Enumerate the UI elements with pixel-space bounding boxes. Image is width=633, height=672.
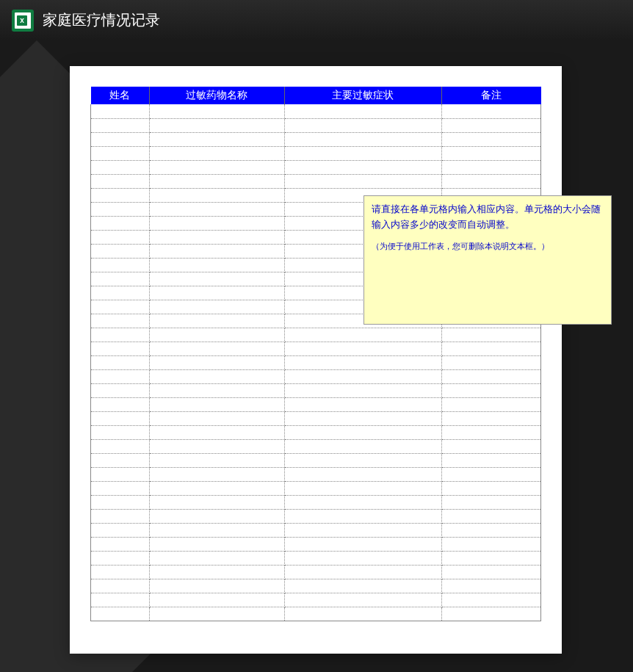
table-cell[interactable] xyxy=(284,411,442,425)
table-cell[interactable] xyxy=(91,160,150,174)
table-cell[interactable] xyxy=(442,146,541,160)
table-cell[interactable] xyxy=(149,565,284,579)
table-cell[interactable] xyxy=(284,104,442,118)
table-cell[interactable] xyxy=(284,397,442,411)
table-cell[interactable] xyxy=(442,397,541,411)
table-cell[interactable] xyxy=(91,258,150,272)
table-cell[interactable] xyxy=(442,425,541,439)
table-cell[interactable] xyxy=(284,495,442,509)
table-cell[interactable] xyxy=(91,174,150,188)
table-cell[interactable] xyxy=(442,565,541,579)
table-cell[interactable] xyxy=(284,607,442,621)
table-cell[interactable] xyxy=(442,369,541,383)
table-cell[interactable] xyxy=(149,537,284,551)
table-cell[interactable] xyxy=(91,607,150,621)
table-cell[interactable] xyxy=(149,146,284,160)
table-cell[interactable] xyxy=(149,174,284,188)
table-cell[interactable] xyxy=(91,342,150,355)
table-cell[interactable] xyxy=(284,593,442,607)
table-cell[interactable] xyxy=(442,104,541,118)
table-cell[interactable] xyxy=(442,495,541,509)
table-cell[interactable] xyxy=(91,481,150,495)
table-cell[interactable] xyxy=(149,523,284,537)
table-cell[interactable] xyxy=(442,328,541,342)
table-cell[interactable] xyxy=(442,118,541,132)
table-cell[interactable] xyxy=(91,523,150,537)
table-cell[interactable] xyxy=(149,509,284,523)
instruction-note-box[interactable]: 请直接在各单元格内输入相应内容。单元格的大小会随输入内容多少的改变而自动调整。 … xyxy=(363,195,612,325)
table-cell[interactable] xyxy=(91,132,150,146)
table-cell[interactable] xyxy=(149,328,284,342)
table-cell[interactable] xyxy=(91,383,150,397)
table-cell[interactable] xyxy=(149,453,284,467)
table-cell[interactable] xyxy=(284,579,442,593)
table-cell[interactable] xyxy=(149,118,284,132)
table-cell[interactable] xyxy=(442,453,541,467)
table-cell[interactable] xyxy=(149,369,284,383)
table-cell[interactable] xyxy=(442,411,541,425)
table-cell[interactable] xyxy=(284,174,442,188)
table-cell[interactable] xyxy=(91,216,150,230)
table-cell[interactable] xyxy=(149,355,284,369)
table-cell[interactable] xyxy=(284,565,442,579)
table-cell[interactable] xyxy=(149,258,284,272)
table-cell[interactable] xyxy=(442,342,541,355)
table-cell[interactable] xyxy=(442,523,541,537)
table-cell[interactable] xyxy=(284,369,442,383)
table-cell[interactable] xyxy=(91,453,150,467)
table-cell[interactable] xyxy=(91,202,150,216)
table-cell[interactable] xyxy=(284,118,442,132)
table-cell[interactable] xyxy=(91,272,150,286)
table-cell[interactable] xyxy=(91,439,150,453)
table-cell[interactable] xyxy=(284,425,442,439)
table-cell[interactable] xyxy=(442,355,541,369)
table-cell[interactable] xyxy=(149,439,284,453)
table-cell[interactable] xyxy=(149,202,284,216)
table-cell[interactable] xyxy=(284,383,442,397)
table-cell[interactable] xyxy=(91,411,150,425)
table-cell[interactable] xyxy=(91,146,150,160)
table-cell[interactable] xyxy=(91,509,150,523)
table-cell[interactable] xyxy=(91,230,150,244)
table-cell[interactable] xyxy=(442,579,541,593)
table-cell[interactable] xyxy=(149,411,284,425)
table-cell[interactable] xyxy=(149,230,284,244)
table-cell[interactable] xyxy=(442,481,541,495)
table-cell[interactable] xyxy=(284,328,442,342)
table-cell[interactable] xyxy=(284,132,442,146)
table-cell[interactable] xyxy=(284,551,442,565)
table-cell[interactable] xyxy=(442,593,541,607)
table-cell[interactable] xyxy=(91,104,150,118)
table-cell[interactable] xyxy=(91,286,150,300)
table-cell[interactable] xyxy=(284,342,442,355)
table-cell[interactable] xyxy=(284,146,442,160)
table-cell[interactable] xyxy=(442,537,541,551)
table-cell[interactable] xyxy=(149,383,284,397)
table-cell[interactable] xyxy=(91,537,150,551)
table-cell[interactable] xyxy=(284,453,442,467)
table-cell[interactable] xyxy=(91,328,150,342)
table-cell[interactable] xyxy=(91,118,150,132)
table-cell[interactable] xyxy=(284,355,442,369)
table-cell[interactable] xyxy=(149,104,284,118)
table-cell[interactable] xyxy=(149,188,284,202)
table-cell[interactable] xyxy=(91,565,150,579)
table-cell[interactable] xyxy=(91,300,150,314)
table-cell[interactable] xyxy=(91,425,150,439)
table-cell[interactable] xyxy=(149,300,284,314)
table-cell[interactable] xyxy=(442,160,541,174)
table-cell[interactable] xyxy=(284,160,442,174)
table-cell[interactable] xyxy=(149,481,284,495)
table-cell[interactable] xyxy=(91,495,150,509)
table-cell[interactable] xyxy=(91,314,150,328)
table-cell[interactable] xyxy=(149,342,284,355)
table-cell[interactable] xyxy=(284,439,442,453)
table-cell[interactable] xyxy=(91,244,150,258)
table-cell[interactable] xyxy=(91,467,150,481)
table-cell[interactable] xyxy=(442,551,541,565)
table-cell[interactable] xyxy=(149,272,284,286)
table-cell[interactable] xyxy=(149,286,284,300)
table-cell[interactable] xyxy=(91,397,150,411)
table-cell[interactable] xyxy=(149,397,284,411)
table-cell[interactable] xyxy=(91,369,150,383)
